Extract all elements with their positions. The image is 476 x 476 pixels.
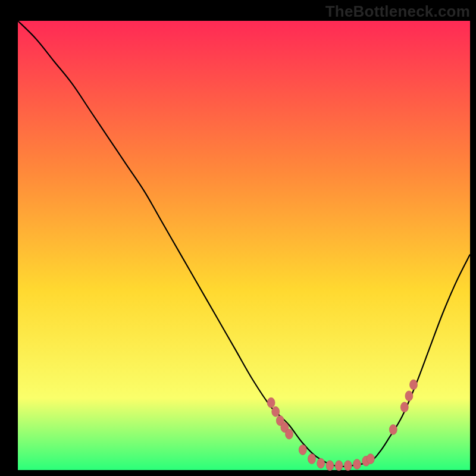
curve-marker <box>367 454 374 464</box>
curve-marker <box>299 445 306 455</box>
chart-stage: TheBottleneck.com <box>0 0 476 476</box>
curve-marker <box>410 380 418 390</box>
watermark-text: TheBottleneck.com <box>325 2 470 21</box>
curve-marker <box>308 454 316 464</box>
curve-marker <box>272 406 280 416</box>
plot-area <box>18 21 470 470</box>
curve-marker <box>286 429 293 439</box>
curve-marker <box>400 402 408 412</box>
curve-marker <box>326 461 334 471</box>
curve-marker <box>389 425 397 435</box>
curve-marker <box>267 397 275 408</box>
curve-marker <box>317 458 325 468</box>
curve-marker <box>335 461 343 471</box>
curve-marker <box>344 461 352 471</box>
chart-svg <box>0 0 476 476</box>
curve-marker <box>353 459 361 469</box>
curve-marker <box>405 391 413 401</box>
